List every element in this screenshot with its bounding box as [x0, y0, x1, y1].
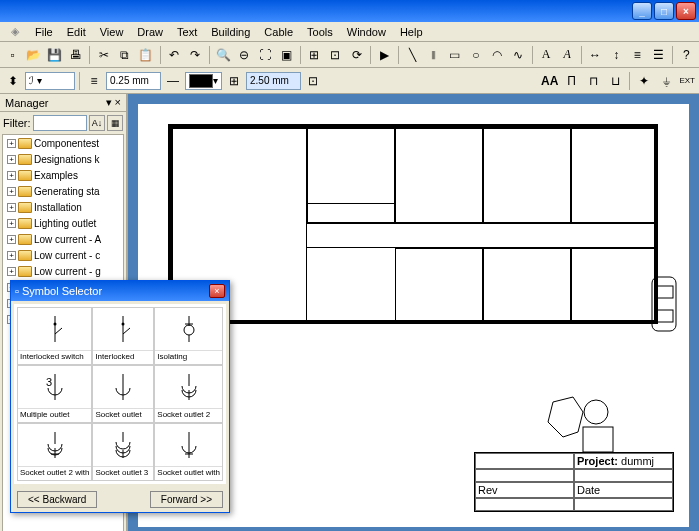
- menu-view[interactable]: View: [93, 24, 131, 40]
- cut-icon[interactable]: ✂: [94, 45, 113, 65]
- text-a-icon[interactable]: A: [536, 45, 555, 65]
- grid2-icon[interactable]: ⊞: [224, 71, 244, 91]
- rect-icon[interactable]: ▭: [445, 45, 464, 65]
- expand-icon[interactable]: +: [7, 171, 16, 180]
- backward-button[interactable]: << Backward: [17, 491, 97, 508]
- tree-item[interactable]: +Designations k: [3, 151, 123, 167]
- symbol-cell[interactable]: Interlocked: [92, 307, 154, 365]
- expand-icon[interactable]: +: [7, 155, 16, 164]
- tree-item[interactable]: +Low current - g: [3, 263, 123, 279]
- close-button[interactable]: ×: [676, 2, 696, 20]
- minimize-button[interactable]: _: [632, 2, 652, 20]
- text-aa-button[interactable]: AA: [540, 71, 559, 91]
- new-icon[interactable]: ▫: [3, 45, 22, 65]
- symbol-cell[interactable]: 3Multiple outlet: [17, 365, 92, 423]
- ext-button[interactable]: EXT: [678, 71, 696, 91]
- layer-icon[interactable]: ☰: [649, 45, 668, 65]
- symbol-cell[interactable]: Isolating: [154, 307, 223, 365]
- expand-icon[interactable]: +: [7, 267, 16, 276]
- menu-draw[interactable]: Draw: [130, 24, 170, 40]
- symbol-cell[interactable]: Socket outlet 2 with: [17, 423, 92, 481]
- para3-icon[interactable]: ⊔: [605, 71, 625, 91]
- expand-icon[interactable]: +: [7, 187, 16, 196]
- folder-icon: [18, 234, 32, 245]
- symbol-cell[interactable]: Interlocked switch: [17, 307, 92, 365]
- menu-edit[interactable]: Edit: [60, 24, 93, 40]
- dim-icon[interactable]: ↔: [586, 45, 605, 65]
- forward-button[interactable]: Forward >>: [150, 491, 223, 508]
- zoom-window-icon[interactable]: ▣: [277, 45, 296, 65]
- menu-cable[interactable]: Cable: [257, 24, 300, 40]
- tree-item[interactable]: +Installation: [3, 199, 123, 215]
- paste-icon[interactable]: 📋: [136, 45, 155, 65]
- lineweight-combo[interactable]: 0.25 mm: [106, 72, 161, 90]
- view-button[interactable]: ▦: [107, 115, 123, 131]
- refresh-icon[interactable]: ⟳: [347, 45, 366, 65]
- color-combo[interactable]: ▾: [185, 72, 222, 90]
- para2-icon[interactable]: ⊓: [583, 71, 603, 91]
- dialog-title: Symbol Selector: [22, 285, 102, 297]
- lineweight-icon[interactable]: ≡: [84, 71, 104, 91]
- menu-tools[interactable]: Tools: [300, 24, 340, 40]
- prop1-icon[interactable]: ⬍: [3, 71, 23, 91]
- toolbar-properties: ⬍ ℐ ▾ ≡ 0.25 mm — ▾ ⊞ 2.50 mm ⊡ AA П ⊓ ⊔…: [0, 68, 699, 94]
- open-icon[interactable]: 📂: [24, 45, 43, 65]
- copy-icon[interactable]: ⧉: [115, 45, 134, 65]
- tree-item[interactable]: +Low current - A: [3, 231, 123, 247]
- zoom-out-icon[interactable]: ⊖: [235, 45, 254, 65]
- maximize-button[interactable]: □: [654, 2, 674, 20]
- tree-item[interactable]: +Examples: [3, 167, 123, 183]
- pointer-icon[interactable]: ▶: [375, 45, 394, 65]
- zoom-in-icon[interactable]: 🔍: [214, 45, 233, 65]
- arc-icon[interactable]: ◠: [487, 45, 506, 65]
- symbol-cell[interactable]: Socket outlet: [92, 365, 154, 423]
- expand-icon[interactable]: +: [7, 219, 16, 228]
- menu-help[interactable]: Help: [393, 24, 430, 40]
- manager-close-icon[interactable]: ×: [115, 96, 121, 109]
- text-a2-icon[interactable]: A: [558, 45, 577, 65]
- circle-icon[interactable]: ○: [466, 45, 485, 65]
- snap2-icon[interactable]: ⊡: [303, 71, 323, 91]
- snap-icon[interactable]: ⊡: [326, 45, 345, 65]
- align-icon[interactable]: ≡: [628, 45, 647, 65]
- tree-item[interactable]: +Lighting outlet: [3, 215, 123, 231]
- menu-building[interactable]: Building: [204, 24, 257, 40]
- menu-window[interactable]: Window: [340, 24, 393, 40]
- dialog-titlebar[interactable]: ▫ Symbol Selector ×: [11, 281, 229, 301]
- tree-item[interactable]: +Generating sta: [3, 183, 123, 199]
- ground-icon[interactable]: ⏚: [656, 71, 676, 91]
- grid-icon[interactable]: ⊞: [305, 45, 324, 65]
- menu-text[interactable]: Text: [170, 24, 204, 40]
- para1-icon[interactable]: П: [561, 71, 581, 91]
- save-icon[interactable]: 💾: [45, 45, 64, 65]
- expand-icon[interactable]: +: [7, 235, 16, 244]
- curve-icon[interactable]: ∿: [508, 45, 527, 65]
- help-icon[interactable]: ?: [677, 45, 696, 65]
- svg-point-4: [584, 400, 608, 424]
- polyline-icon[interactable]: ⦀: [424, 45, 443, 65]
- dialog-close-button[interactable]: ×: [209, 284, 225, 298]
- expand-icon[interactable]: +: [7, 203, 16, 212]
- undo-icon[interactable]: ↶: [164, 45, 183, 65]
- tree-item[interactable]: +Low current - c: [3, 247, 123, 263]
- redo-icon[interactable]: ↷: [186, 45, 205, 65]
- dim2-icon[interactable]: ↕: [607, 45, 626, 65]
- symbol-cell[interactable]: Socket outlet with: [154, 423, 223, 481]
- gridsize-combo[interactable]: 2.50 mm: [246, 72, 301, 90]
- print-icon[interactable]: 🖶: [66, 45, 85, 65]
- symbol-cell[interactable]: Socket outlet 3: [92, 423, 154, 481]
- socket-outlet-with-icon: [174, 430, 204, 460]
- linetype-icon[interactable]: —: [163, 71, 183, 91]
- sort-button[interactable]: A↓: [89, 115, 105, 131]
- layer-combo[interactable]: ℐ ▾: [25, 72, 75, 90]
- tree-item[interactable]: +Componentest: [3, 135, 123, 151]
- junction-icon[interactable]: ✦: [634, 71, 654, 91]
- menu-file[interactable]: File: [28, 24, 60, 40]
- line-icon[interactable]: ╲: [403, 45, 422, 65]
- manager-pin-icon[interactable]: ▾: [106, 96, 112, 109]
- expand-icon[interactable]: +: [7, 251, 16, 260]
- symbol-cell[interactable]: Socket outlet 2: [154, 365, 223, 423]
- zoom-fit-icon[interactable]: ⛶: [256, 45, 275, 65]
- expand-icon[interactable]: +: [7, 139, 16, 148]
- filter-input[interactable]: [33, 115, 88, 131]
